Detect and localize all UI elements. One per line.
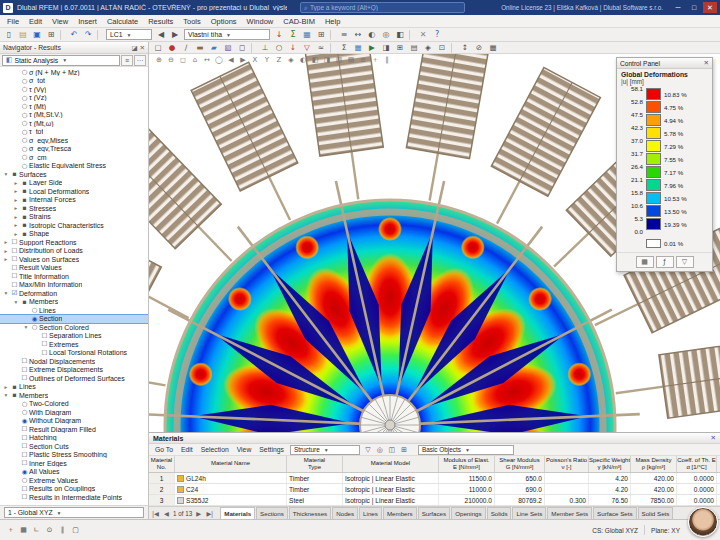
column-header[interactable]: Material No. xyxy=(149,456,175,472)
navigator-settings-icon[interactable]: ≡ xyxy=(121,55,133,66)
mesh-icon[interactable]: ▦ xyxy=(352,43,365,53)
tree-item[interactable]: ○ With Diagram xyxy=(0,408,148,417)
item-control-icon[interactable]: ☐ xyxy=(10,255,19,263)
view-y-icon[interactable]: Y xyxy=(262,55,273,65)
item-control-icon[interactable]: ☑ xyxy=(10,289,19,297)
tree-item[interactable]: ☐ Extreme Displacements xyxy=(0,366,148,375)
zoom-out-icon[interactable]: ⊖ xyxy=(166,55,177,65)
tree-item[interactable]: ☐ Plastic Stress Smoothing xyxy=(0,451,148,460)
item-control-icon[interactable]: ○ xyxy=(20,408,29,416)
measure-icon[interactable]: ↕ xyxy=(459,43,472,53)
guide-icon[interactable]: ∥ xyxy=(382,55,393,65)
save-icon[interactable]: ▣ xyxy=(31,29,44,40)
item-control-icon[interactable]: ▪ xyxy=(20,187,29,195)
item-control-icon[interactable]: ☐ xyxy=(10,247,19,255)
tree-item[interactable]: ☐ Hatching xyxy=(0,434,148,443)
menu-item[interactable]: Tools xyxy=(178,15,206,28)
object-snap-icon[interactable]: ⊙ xyxy=(44,525,56,536)
close-icon[interactable]: ✕ xyxy=(704,59,709,67)
color-scale-button[interactable]: ▦ xyxy=(636,256,654,268)
calculate-icon[interactable]: Σ xyxy=(287,29,300,40)
user-avatar[interactable] xyxy=(688,507,718,537)
zoom-window-icon[interactable]: ◻ xyxy=(178,55,189,65)
expander-icon[interactable]: ▾ xyxy=(2,392,10,398)
expander-icon[interactable]: ▸ xyxy=(12,180,20,186)
table-tab[interactable]: Thicknesses xyxy=(289,507,331,519)
previous-view-icon[interactable]: ◀ xyxy=(226,55,237,65)
numbering-icon[interactable]: ≡ xyxy=(338,29,351,40)
item-control-icon[interactable]: ☐ xyxy=(10,281,19,289)
display-properties-icon[interactable]: ≡ xyxy=(358,55,369,65)
tree-item[interactable]: ☐ Extremes xyxy=(0,340,148,349)
run-calculation-icon[interactable]: ▶ xyxy=(366,43,379,53)
select-icon[interactable]: ▢ xyxy=(152,43,165,53)
item-control-icon[interactable]: ▪ xyxy=(20,196,29,204)
view-z-icon[interactable]: Z xyxy=(274,55,285,65)
tree-item[interactable]: ▾ ▪ Surfaces xyxy=(0,170,148,179)
tree-item[interactable]: ○ τ (Mt,St.V.) xyxy=(0,111,148,120)
item-control-icon[interactable]: ▪ xyxy=(20,298,29,306)
tree-item[interactable]: ☐ Separation Lines xyxy=(0,332,148,341)
panel-icon[interactable]: ▤ xyxy=(408,43,421,53)
expander-icon[interactable]: ▸ xyxy=(12,197,20,203)
next-view-icon[interactable]: ▶ xyxy=(238,55,249,65)
table-menu-item[interactable]: Settings xyxy=(255,446,288,453)
item-control-icon[interactable]: ○ xyxy=(20,94,29,102)
last-page-icon[interactable]: ▶| xyxy=(205,510,214,517)
item-control-icon[interactable]: ☐ xyxy=(20,485,29,493)
menu-item[interactable]: Insert xyxy=(73,15,102,28)
pan-icon[interactable]: ↔ xyxy=(202,55,213,65)
item-control-icon[interactable]: ○ xyxy=(20,77,29,85)
table-tab[interactable]: Nodes xyxy=(332,507,358,519)
expander-icon[interactable]: ▸ xyxy=(12,188,20,194)
expander-icon[interactable]: ▾ xyxy=(2,290,10,296)
grid-icon[interactable]: ▦ xyxy=(487,43,500,53)
separator[interactable] xyxy=(97,30,102,40)
menu-item[interactable]: Edit xyxy=(24,15,47,28)
material-row[interactable]: 1 GL24h Timber Isotropic | Linear Elasti… xyxy=(149,473,720,484)
tree-item[interactable]: ☐ Outlines of Deformed Surfaces xyxy=(0,374,148,383)
printout-report-icon[interactable]: ⊡ xyxy=(436,43,449,53)
column-header[interactable]: Specific Weight γ [kN/m³] xyxy=(589,456,631,472)
nodal-load-icon[interactable]: ↓ xyxy=(287,43,300,53)
transparency-icon[interactable]: ▥ xyxy=(334,55,345,65)
tree-item[interactable]: ☐ Max/Min Information xyxy=(0,281,148,290)
column-header[interactable]: Coeff. of Th. E α [1/°C] xyxy=(677,456,717,472)
shading-icon[interactable]: ◐ xyxy=(298,55,309,65)
table-menu-item[interactable]: Selection xyxy=(197,446,233,453)
line-icon[interactable]: ∕ xyxy=(180,43,193,53)
undo-icon[interactable]: ↶ xyxy=(68,29,81,40)
materials-header[interactable]: Materials ✕ xyxy=(149,433,720,444)
separator[interactable] xyxy=(330,30,335,40)
table-tab[interactable]: Surfaces xyxy=(418,507,450,519)
item-control-icon[interactable]: ▪ xyxy=(20,221,29,229)
menu-item[interactable]: CAD-BIM xyxy=(278,15,320,28)
keyword-search[interactable]: ⌕ xyxy=(300,2,465,13)
item-control-icon[interactable]: ☐ xyxy=(10,272,19,280)
structure-combo[interactable]: Structure▼ xyxy=(290,445,360,455)
item-control-icon[interactable]: ☐ xyxy=(20,442,29,450)
item-control-icon[interactable]: ☐ xyxy=(20,357,29,365)
expander-icon[interactable]: ▾ xyxy=(12,299,20,305)
item-control-icon[interactable]: ▪ xyxy=(20,179,29,187)
imperfection-icon[interactable]: ≈ xyxy=(315,43,328,53)
tree-item[interactable]: ○ τ (Mt) xyxy=(0,102,148,111)
table-tab[interactable]: Lines xyxy=(359,507,382,519)
table-menu-item[interactable]: Go To xyxy=(151,446,177,453)
next-load-case-icon[interactable]: ▶ xyxy=(169,29,182,40)
tree-item[interactable]: ○ Elastic Equivalent Stress xyxy=(0,162,148,171)
tree-item[interactable]: ○ Extreme Values xyxy=(0,476,148,485)
previous-load-case-icon[interactable]: ◀ xyxy=(155,29,168,40)
table-tab[interactable]: Line Sets xyxy=(512,507,546,519)
grid-toggle-icon[interactable]: ▦ xyxy=(18,525,30,536)
tree-item[interactable]: ◉ Section xyxy=(0,315,148,324)
item-control-icon[interactable]: ▪ xyxy=(10,391,19,399)
item-control-icon[interactable]: ☐ xyxy=(20,459,29,467)
item-control-icon[interactable]: ☐ xyxy=(20,493,29,501)
tree-item[interactable]: ☐ Result Values xyxy=(0,264,148,273)
tree-item[interactable]: ▾ ○ Section Colored xyxy=(0,323,148,332)
close-icon[interactable]: ✕ xyxy=(140,44,145,52)
load-case-combo[interactable]: LC1▼ xyxy=(106,29,152,40)
tree-item[interactable]: ▸ ▪ Lines xyxy=(0,383,148,392)
column-header[interactable]: Modulus of Elast. E [N/mm²] xyxy=(439,456,495,472)
